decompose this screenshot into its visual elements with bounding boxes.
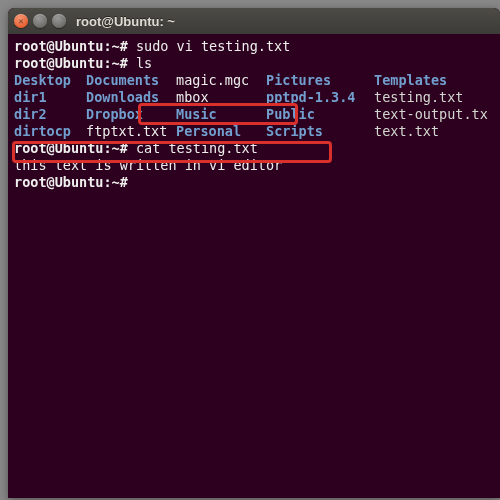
ls-entry: Documents	[86, 72, 176, 89]
prompt-line: root@Ubuntu:~# ls	[14, 55, 494, 72]
window-controls: ✕	[14, 14, 66, 28]
close-icon[interactable]: ✕	[14, 14, 28, 28]
ls-entry: text-output.tx	[374, 106, 488, 122]
ls-row: dir1Downloadsmboxpptpd-1.3.4testing.txt	[14, 89, 494, 106]
ls-row: dir2DropboxMusicPublictext-output.tx	[14, 106, 494, 123]
ls-entry: mbox	[176, 89, 266, 106]
prompt: root@Ubuntu:~#	[14, 174, 128, 190]
titlebar[interactable]: ✕ root@Ubuntu: ~	[8, 8, 500, 34]
command-text: cat testing.txt	[136, 140, 258, 156]
prompt-line: root@Ubuntu:~# cat testing.txt	[14, 140, 494, 157]
ls-entry: magic.mgc	[176, 72, 266, 89]
terminal-body[interactable]: root@Ubuntu:~# sudo vi testing.txt root@…	[8, 34, 500, 195]
ls-entry: Public	[266, 106, 374, 123]
ls-entry: dir2	[14, 106, 86, 123]
prompt: root@Ubuntu:~#	[14, 140, 128, 156]
ls-entry: Scripts	[266, 123, 374, 140]
ls-entry: testing.txt	[374, 89, 463, 105]
command-text: sudo vi testing.txt	[136, 38, 290, 54]
ls-entry: pptpd-1.3.4	[266, 89, 374, 106]
ls-row: dirtocpftptxt.txtPersonalScriptstext.txt	[14, 123, 494, 140]
ls-entry: text.txt	[374, 123, 439, 139]
terminal-window: ✕ root@Ubuntu: ~ root@Ubuntu:~# sudo vi …	[8, 8, 500, 498]
minimize-icon[interactable]	[33, 14, 47, 28]
window-title: root@Ubuntu: ~	[76, 14, 175, 29]
prompt: root@Ubuntu:~#	[14, 38, 128, 54]
maximize-icon[interactable]	[52, 14, 66, 28]
ls-entry: dirtocp	[14, 123, 86, 140]
ls-row: DesktopDocumentsmagic.mgcPicturesTemplat…	[14, 72, 494, 89]
ls-entry: ftptxt.txt	[86, 123, 176, 140]
ls-entry: Personal	[176, 123, 266, 140]
ls-entry: dir1	[14, 89, 86, 106]
ls-entry: Desktop	[14, 72, 86, 89]
prompt-line: root@Ubuntu:~# sudo vi testing.txt	[14, 38, 494, 55]
prompt: root@Ubuntu:~#	[14, 55, 128, 71]
ls-entry: Music	[176, 106, 266, 123]
prompt-line: root@Ubuntu:~#	[14, 174, 494, 191]
command-text: ls	[136, 55, 152, 71]
output-line: this text is written in vi editor	[14, 157, 494, 174]
ls-entry: Templates	[374, 72, 447, 88]
ls-entry: Dropbox	[86, 106, 176, 123]
ls-entry: Downloads	[86, 89, 176, 106]
ls-entry: Pictures	[266, 72, 374, 89]
